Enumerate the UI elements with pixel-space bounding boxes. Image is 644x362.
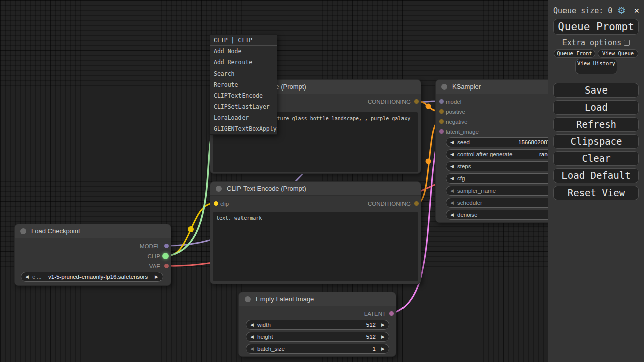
arrow-left-icon[interactable]: ◀ xyxy=(250,332,254,341)
arrow-left-icon[interactable]: ◀ xyxy=(450,210,454,219)
context-menu-title: CLIP | CLIP xyxy=(210,35,277,46)
collapse-dot-icon[interactable] xyxy=(20,228,26,234)
widget-scheduler[interactable]: ◀ scheduler xyxy=(446,198,557,208)
view-history-button[interactable]: View History xyxy=(575,59,617,74)
node-title: KSampler xyxy=(452,83,481,90)
context-menu: CLIP | CLIP Add Node Add Reroute Search … xyxy=(210,34,277,135)
input-negative: negative xyxy=(446,118,467,125)
refresh-button[interactable]: Refresh xyxy=(553,117,639,132)
input-positive: positive xyxy=(446,108,465,115)
latent-port-icon[interactable] xyxy=(389,311,394,316)
arrow-right-icon[interactable]: ▶ xyxy=(381,320,385,329)
node-empty-latent-image[interactable]: Empty Latent Image LATENT ◀ width 512 ▶ … xyxy=(238,292,396,357)
input-clip: clip xyxy=(220,200,229,207)
load-default-button[interactable]: Load Default xyxy=(553,168,639,183)
output-model: MODEL xyxy=(140,243,160,250)
output-clip: CLIP xyxy=(147,253,160,260)
arrow-left-icon[interactable]: ◀ xyxy=(250,320,254,329)
wire-drag-link xyxy=(168,137,211,256)
output-conditioning: CONDITIONING xyxy=(368,200,411,207)
model-port-icon[interactable] xyxy=(439,99,444,104)
arrow-left-icon[interactable]: ◀ xyxy=(25,272,29,281)
settings-gear-icon[interactable]: ⚙ xyxy=(617,5,626,16)
input-latent-image: latent_image xyxy=(446,128,479,135)
arrow-left-icon[interactable]: ◀ xyxy=(450,162,454,171)
collapse-dot-icon[interactable] xyxy=(216,186,222,192)
clipspace-button[interactable]: Clipspace xyxy=(553,134,639,149)
queue-prompt-button[interactable]: Queue Prompt xyxy=(553,19,639,35)
model-port-icon[interactable] xyxy=(164,244,169,248)
node-title-bar[interactable]: Load Checkpoint xyxy=(15,224,171,238)
vae-port-icon[interactable] xyxy=(164,264,169,268)
widget-control-after-generate[interactable]: ◀ control after generate randomize xyxy=(446,149,557,159)
output-vae: VAE xyxy=(149,263,160,270)
arrow-left-icon[interactable]: ◀ xyxy=(450,138,454,147)
load-button[interactable]: Load xyxy=(553,100,639,115)
collapse-dot-icon[interactable] xyxy=(441,84,447,90)
wire-cond-middot-2 xyxy=(426,159,431,164)
node-title: CLIP Text Encode (Prompt) xyxy=(227,185,306,192)
conditioning-port-icon[interactable] xyxy=(414,201,419,206)
close-icon[interactable]: ✕ xyxy=(634,5,639,16)
node-title-bar[interactable]: KSampler xyxy=(436,80,560,94)
conditioning-port-icon[interactable] xyxy=(414,99,419,104)
menu-item-clipsetlastlayer[interactable]: CLIPSetLastLayer xyxy=(210,101,277,112)
wire-cond-middot-1 xyxy=(426,104,431,109)
widget-height[interactable]: ◀ height 512 ▶ xyxy=(246,332,389,342)
latent-port-icon[interactable] xyxy=(439,129,444,134)
widget-steps[interactable]: ◀ steps xyxy=(446,161,557,171)
arrow-left-icon[interactable]: ◀ xyxy=(450,186,454,195)
wire-clip-middot xyxy=(188,226,194,232)
arrow-right-icon[interactable]: ▶ xyxy=(381,344,385,353)
collapse-dot-icon[interactable] xyxy=(245,296,251,302)
extra-options-row: Extra options xyxy=(548,38,644,47)
arrow-right-icon[interactable]: ▶ xyxy=(155,272,158,281)
widget-cfg[interactable]: ◀ cfg xyxy=(446,173,557,184)
prompt-textarea[interactable]: text, watermark xyxy=(213,212,418,281)
menu-item-loraloader[interactable]: LoraLoader xyxy=(210,112,277,123)
extra-options-checkbox[interactable] xyxy=(624,40,630,46)
view-queue-button[interactable]: View Queue xyxy=(598,49,638,58)
clear-button[interactable]: Clear xyxy=(553,151,639,166)
conditioning-port-icon[interactable] xyxy=(439,109,444,114)
arrow-left-icon[interactable]: ◀ xyxy=(450,174,454,183)
arrow-left-icon[interactable]: ◀ xyxy=(450,198,454,207)
node-title: Empty Latent Image xyxy=(256,295,314,303)
node-load-checkpoint[interactable]: Load Checkpoint MODEL CLIP VAE ◀ c ... v… xyxy=(14,224,171,286)
clip-port-icon[interactable] xyxy=(162,253,169,259)
output-latent: LATENT xyxy=(364,310,386,317)
node-title: Load Checkpoint xyxy=(31,227,80,235)
arrow-left-icon[interactable]: ◀ xyxy=(450,150,454,159)
node-title-bar[interactable]: Empty Latent Image xyxy=(239,292,396,306)
menu-item-cliptextencode[interactable]: CLIPTextEncode xyxy=(210,90,277,101)
widget-ckpt-name[interactable]: ◀ c ... v1-5-pruned-emaonly-fp16.safeten… xyxy=(21,272,163,282)
menu-item-reroute[interactable]: Reroute xyxy=(210,79,277,90)
queue-front-button[interactable]: Queue Front xyxy=(554,49,595,58)
menu-item-add-reroute[interactable]: Add Reroute xyxy=(210,57,277,68)
widget-batch-size[interactable]: ◀ batch_size 1 ▶ xyxy=(246,344,389,354)
comfy-menu: Queue size: 0 ⚙ ✕ Queue Prompt Extra opt… xyxy=(548,0,644,362)
menu-item-search[interactable]: Search xyxy=(210,68,277,79)
widget-width[interactable]: ◀ width 512 ▶ xyxy=(246,320,389,330)
save-button[interactable]: Save xyxy=(553,83,639,98)
input-model: model xyxy=(446,98,461,105)
widget-seed[interactable]: ◀ seed 1566802087 xyxy=(446,137,557,147)
menu-item-add-node[interactable]: Add Node xyxy=(210,46,277,57)
reset-view-button[interactable]: Reset View xyxy=(553,186,639,200)
clip-port-icon[interactable] xyxy=(214,201,218,206)
node-title-bar[interactable]: CLIP Text Encode (Prompt) xyxy=(210,182,421,196)
output-conditioning: CONDITIONING xyxy=(368,98,411,105)
queue-size-label: Queue size: 0 xyxy=(553,6,639,16)
graph-canvas[interactable]: CLIP Text Encode (Prompt) CONDITIONING b… xyxy=(0,0,644,362)
menu-item-gligentextboxapply[interactable]: GLIGENTextBoxApply xyxy=(210,123,277,134)
widget-denoise[interactable]: ◀ denoise xyxy=(446,210,557,220)
arrow-left-icon[interactable]: ◀ xyxy=(250,344,254,353)
node-clip-text-encode-negative[interactable]: CLIP Text Encode (Prompt) clip CONDITION… xyxy=(210,181,421,284)
conditioning-port-icon[interactable] xyxy=(439,119,444,124)
extra-options-label: Extra options xyxy=(562,38,621,47)
arrow-right-icon[interactable]: ▶ xyxy=(381,332,385,341)
widget-sampler-name[interactable]: ◀ sampler_name xyxy=(446,186,557,196)
node-ksampler[interactable]: KSampler model positive negative latent_… xyxy=(435,79,561,223)
